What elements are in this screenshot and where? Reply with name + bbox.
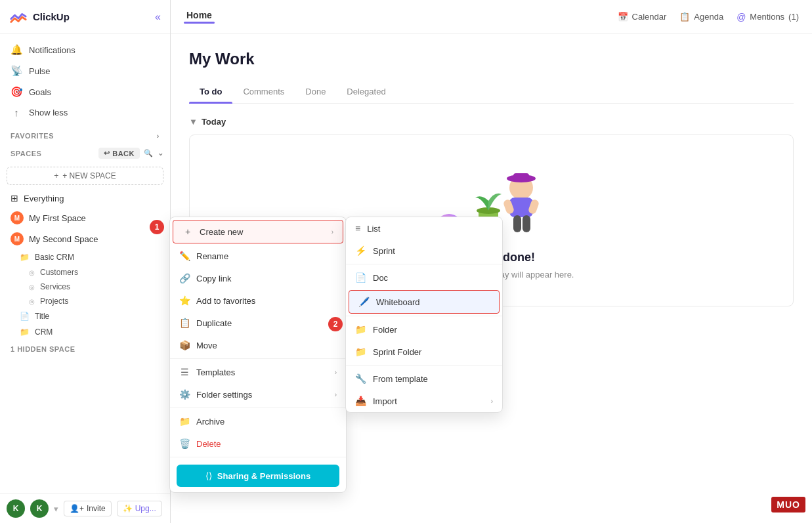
app-name: ClickUp — [33, 11, 70, 22]
context-menu-item-rename[interactable]: ✏️ Rename — [170, 245, 346, 267]
tab-done[interactable]: Done — [295, 81, 336, 103]
svg-rect-5 — [523, 215, 530, 232]
sidebar-item-show-less[interactable]: ↑ Show less — [0, 102, 170, 123]
submenu-item-import[interactable]: 📥 Import › — [346, 390, 502, 412]
submenu-item-sprint[interactable]: ⚡ Sprint — [346, 240, 502, 262]
sidebar-item-customers[interactable]: ◎ Customers — [0, 265, 170, 280]
submenu-item-folder[interactable]: 📁 Folder — [346, 318, 502, 341]
main-header: Home 📅 Calendar 📋 Agenda @ Mentions (1) — [171, 0, 812, 34]
submenu-item-list[interactable]: ≡ List — [346, 217, 502, 240]
context-menu-item-add-favorites[interactable]: ⭐ Add to favorites — [170, 289, 346, 312]
space-avatar-first: M — [11, 211, 24, 224]
context-menu-item-templates[interactable]: ☰ Templates › — [170, 361, 346, 383]
folder-icon: 📁 — [355, 324, 366, 335]
avatar-dropdown[interactable]: ▾ — [54, 504, 58, 514]
context-menu-item-folder-settings[interactable]: ⚙️ Folder settings › — [170, 383, 346, 406]
doc-icon: 📄 — [20, 312, 30, 321]
sharing-permissions-area: ⟨⟩ Sharing & Permissions — [170, 459, 346, 492]
calendar-button[interactable]: 📅 Calendar — [618, 12, 667, 22]
sidebar-item-projects[interactable]: ◎ Projects — [0, 294, 170, 308]
list-dot-icon: ◎ — [29, 283, 35, 291]
collapse-sidebar-button[interactable]: « — [155, 11, 161, 23]
submenu-item-whiteboard[interactable]: 🖊️ Whiteboard — [349, 290, 500, 314]
import-icon: 📥 — [355, 396, 366, 406]
archive-icon: 📁 — [179, 416, 190, 427]
sidebar-item-title[interactable]: 📄 Title — [0, 308, 170, 324]
sidebar-header: ClickUp « — [0, 0, 170, 34]
tab-delegated[interactable]: Delegated — [336, 81, 396, 103]
sprint-folder-icon: 📁 — [355, 346, 366, 357]
sidebar-item-goals[interactable]: 🎯 Goals — [0, 81, 170, 102]
muo-watermark: MUO — [771, 497, 805, 513]
move-icon: 📦 — [179, 340, 190, 350]
submenu-item-doc[interactable]: 📄 Doc — [346, 266, 502, 289]
sharing-permissions-button[interactable]: ⟨⟩ Sharing & Permissions — [177, 465, 339, 487]
svg-rect-4 — [513, 215, 521, 232]
chevron-down-icon[interactable]: ⌄ — [158, 149, 164, 157]
tab-comments[interactable]: Comments — [232, 81, 295, 103]
new-space-button[interactable]: + + NEW SPACE — [7, 167, 163, 185]
invite-icon: 👤+ — [70, 504, 84, 513]
mentions-icon: @ — [737, 12, 746, 22]
sidebar-footer: K K ▾ 👤+ Invite ✨ Upg... — [0, 493, 170, 523]
back-button[interactable]: ↩ Back — [98, 148, 140, 159]
context-menu-item-delete[interactable]: 🗑️ Delete — [170, 432, 346, 455]
context-menu-item-archive[interactable]: 📁 Archive — [170, 410, 346, 432]
upgrade-button[interactable]: ✨ Upg... — [117, 501, 162, 516]
home-tab-underline — [184, 22, 215, 24]
sidebar-item-pulse[interactable]: 📡 Pulse — [0, 60, 170, 81]
folder-icon: 📁 — [20, 253, 30, 262]
page-title: My Work — [189, 50, 794, 68]
pulse-icon: 📡 — [11, 65, 22, 77]
spaces-section-header: SPACES ↩ Back 🔍 ⌄ — [0, 144, 170, 163]
goals-icon: 🎯 — [11, 86, 22, 98]
chevron-right-icon: › — [331, 228, 333, 236]
submenu: ≡ List ⚡ Sprint 📄 Doc 🖊️ Whiteboard — [345, 217, 503, 413]
rename-icon: ✏️ — [179, 251, 190, 261]
upgrade-icon: ✨ — [123, 504, 133, 513]
avatar[interactable]: K — [7, 499, 25, 518]
hidden-space-label: 1 HIDDEN SPACE — [0, 340, 170, 358]
invite-button[interactable]: 👤+ Invite — [64, 501, 112, 516]
mentions-button[interactable]: @ Mentions (1) — [737, 12, 799, 22]
logo-area[interactable]: ClickUp — [9, 8, 70, 26]
spaces-label: SPACES — [11, 150, 41, 157]
submenu-divider-2 — [346, 316, 502, 316]
bell-icon: 🔔 — [11, 44, 22, 56]
sidebar-item-my-second-space[interactable]: M My Second Space — [0, 228, 170, 249]
search-icon[interactable]: 🔍 — [144, 149, 154, 157]
list-icon: ≡ — [355, 223, 360, 234]
avatar-secondary[interactable]: K — [30, 499, 49, 518]
list-dot-icon: ◎ — [29, 298, 35, 305]
clickup-logo-icon — [9, 8, 28, 26]
duplicate-icon: 📋 — [179, 318, 190, 328]
submenu-item-from-template[interactable]: 🔧 From template — [346, 367, 502, 390]
calendar-icon: 📅 — [618, 12, 628, 22]
svg-rect-7 — [513, 173, 529, 181]
sidebar-item-services[interactable]: ◎ Services — [0, 280, 170, 294]
submenu-item-sprint-folder[interactable]: 📁 Sprint Folder — [346, 341, 502, 363]
sidebar-item-everything[interactable]: ⊞ Everything — [0, 189, 170, 207]
sidebar-item-crm[interactable]: 📁 CRM — [0, 324, 170, 340]
list-dot-icon: ◎ — [29, 269, 35, 276]
favorites-section[interactable]: FAVORITES › — [0, 128, 170, 144]
agenda-button[interactable]: 📋 Agenda — [679, 12, 723, 22]
grid-icon: ⊞ — [11, 193, 18, 203]
sidebar: ClickUp « 🔔 Notifications 📡 Pulse 🎯 Goal… — [0, 0, 171, 523]
home-tab[interactable]: Home — [184, 10, 215, 24]
chevron-down-icon: ▼ — [189, 117, 198, 127]
context-menu-item-create-new[interactable]: + Create new › — [173, 220, 343, 243]
spaces-header-actions: ↩ Back 🔍 ⌄ — [98, 148, 163, 159]
context-menu-item-duplicate[interactable]: 📋 Duplicate — [170, 312, 346, 334]
plus-icon: + — [182, 226, 193, 237]
agenda-icon: 📋 — [679, 12, 690, 22]
context-menu-item-move[interactable]: 📦 Move — [170, 334, 346, 356]
tab-todo[interactable]: To do — [189, 81, 232, 103]
doc-icon: 📄 — [355, 272, 366, 283]
settings-icon: ⚙️ — [179, 389, 190, 400]
sidebar-item-notifications[interactable]: 🔔 Notifications — [0, 39, 170, 60]
context-menu-item-copy-link[interactable]: 🔗 Copy link — [170, 267, 346, 289]
sidebar-item-basic-crm-folder[interactable]: 📁 Basic CRM — [0, 249, 170, 265]
folder-purple-icon: 📁 — [20, 327, 30, 337]
sidebar-item-my-first-space[interactable]: M My First Space — [0, 207, 170, 228]
